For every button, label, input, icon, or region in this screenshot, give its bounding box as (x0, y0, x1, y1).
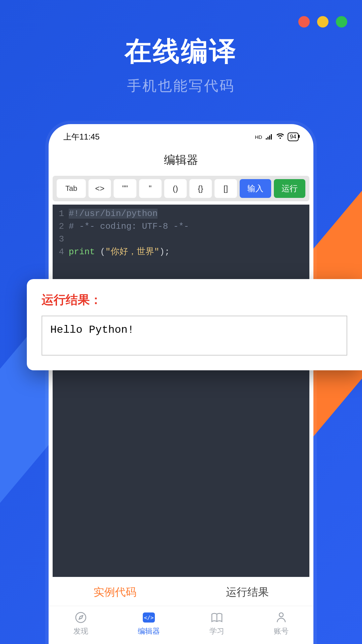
code-icon (142, 611, 156, 624)
input-button[interactable]: 输入 (240, 179, 271, 198)
phone-frame: 上午11:45 HD 94 编辑器 Tab <> "" " () {} [] 输… (49, 124, 313, 644)
tab-button[interactable]: Tab (57, 179, 86, 198)
sub-tabs: 实例代码 运行结果 (49, 577, 313, 606)
code-editor[interactable]: 1 #!/usr/bin/python 2 # -*- coding: UTF-… (53, 205, 309, 577)
person-icon (275, 611, 288, 624)
code-line: 2 # -*- coding: UTF-8 -*- (53, 220, 309, 233)
nav-account[interactable]: 账号 (274, 611, 289, 636)
nav-label: 学习 (209, 626, 224, 636)
tab-example-code[interactable]: 实例代码 (94, 585, 136, 600)
page-subtitle: 手机也能写代码 (0, 76, 362, 95)
green-dot-icon (336, 16, 347, 28)
editor-toolbar: Tab <> "" " () {} [] 输入 运行 (53, 176, 309, 201)
tab-run-result[interactable]: 运行结果 (226, 585, 269, 600)
page-title: 在线编译 (0, 34, 362, 70)
result-output: Hello Python! (42, 316, 347, 356)
app-title: 编辑器 (49, 146, 313, 176)
nav-label: 账号 (274, 626, 289, 636)
book-icon (210, 611, 224, 624)
red-dot-icon (298, 16, 310, 28)
svg-point-1 (279, 613, 283, 617)
nav-label: 发现 (73, 626, 88, 636)
nav-label: 编辑器 (138, 626, 160, 636)
code-line: 3 (53, 233, 309, 246)
svg-point-0 (76, 612, 86, 623)
hd-icon: HD (255, 135, 262, 140)
run-button[interactable]: 运行 (274, 179, 305, 198)
traffic-lights (298, 16, 347, 28)
nav-learn[interactable]: 学习 (209, 611, 224, 636)
code-line: 4 print ("你好，世界"); (53, 246, 309, 258)
battery-icon: 94 (288, 132, 299, 141)
nav-editor[interactable]: 编辑器 (138, 611, 160, 636)
yellow-dot-icon (317, 16, 328, 28)
angle-brackets-button[interactable]: <> (88, 179, 111, 198)
status-time: 上午11:45 (63, 131, 100, 142)
nav-discover[interactable]: 发现 (73, 611, 88, 636)
result-title: 运行结果： (42, 292, 347, 308)
paren-button[interactable]: () (164, 179, 187, 198)
result-card: 运行结果： Hello Python! (27, 279, 362, 370)
status-bar: 上午11:45 HD 94 (49, 124, 313, 146)
brace-button[interactable]: {} (189, 179, 212, 198)
single-quote-button[interactable]: " (139, 179, 162, 198)
page-header: 在线编译 手机也能写代码 (0, 0, 362, 95)
double-quote-button[interactable]: "" (114, 179, 136, 198)
compass-icon (74, 611, 87, 624)
code-line: 1 #!/usr/bin/python (53, 207, 309, 220)
wifi-icon (276, 132, 284, 142)
signal-icon (265, 132, 273, 142)
bottom-nav: 发现 编辑器 学习 账号 (49, 606, 313, 644)
bracket-button[interactable]: [] (215, 179, 237, 198)
